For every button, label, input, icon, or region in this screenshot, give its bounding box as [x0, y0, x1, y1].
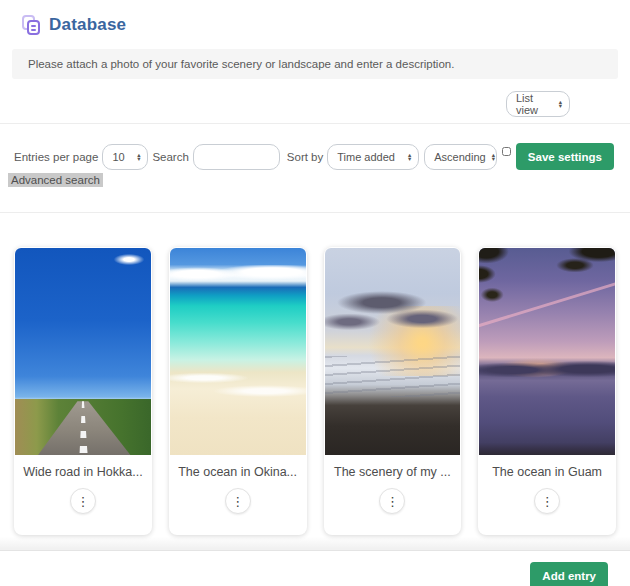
divider: [0, 123, 630, 124]
page-title: Database: [49, 15, 126, 35]
view-select-value: List view: [516, 92, 553, 116]
controls-row: Entries per page 10 ▴▾ Search Sort by Ti…: [0, 143, 630, 170]
select-arrows-icon: ▴▾: [137, 153, 140, 161]
entries-per-page-label: Entries per page: [14, 151, 98, 163]
entry-menu-button[interactable]: ⋮: [225, 488, 251, 514]
kebab-menu-icon: ⋮: [76, 494, 89, 509]
select-arrows-icon: ▴▾: [559, 100, 562, 108]
sort-field-select[interactable]: Time added ▴▾: [327, 144, 419, 170]
sort-direction-select[interactable]: Ascending ▴▾: [424, 144, 497, 170]
save-settings-button[interactable]: Save settings: [516, 143, 614, 170]
entry-image-ocean-in-okinawa[interactable]: [170, 248, 306, 455]
view-select[interactable]: List view ▴▾: [506, 91, 570, 117]
select-arrows-icon: ▴▾: [408, 153, 411, 161]
entry-card: The ocean in Okina... ⋮: [169, 247, 307, 535]
entry-menu-button[interactable]: ⋮: [70, 488, 96, 514]
entry-title: The ocean in Guam: [478, 465, 616, 479]
kebab-menu-icon: ⋮: [541, 494, 554, 509]
sort-by-label: Sort by: [287, 151, 323, 163]
entry-image-ocean-in-guam[interactable]: [479, 248, 615, 455]
sort-checkbox[interactable]: [502, 147, 511, 156]
entries-grid: Wide road in Hokka... ⋮ The ocean in Oki…: [0, 247, 630, 535]
entry-image-winter-scenery[interactable]: [325, 248, 461, 455]
page-header: Database: [0, 0, 630, 38]
entry-card: The scenery of my ... ⋮: [324, 247, 462, 535]
database-activity-page: Database Please attach a photo of your f…: [0, 0, 630, 586]
entry-title: The scenery of my ...: [324, 465, 462, 479]
entry-card: Wide road in Hokka... ⋮: [14, 247, 152, 535]
divider: [0, 212, 630, 213]
search-label: Search: [152, 151, 188, 163]
footer: Add entry: [0, 551, 630, 586]
entry-card: The ocean in Guam ⋮: [478, 247, 616, 535]
search-input[interactable]: [193, 144, 280, 170]
entry-title: The ocean in Okina...: [169, 465, 307, 479]
entry-title: Wide road in Hokka...: [14, 465, 152, 479]
entry-image-road-in-hokkaido[interactable]: [15, 248, 151, 455]
database-icon: [22, 15, 40, 35]
view-row: List view ▴▾: [0, 79, 630, 117]
sort-direction-value: Ascending: [434, 151, 485, 163]
sort-field-value: Time added: [337, 151, 395, 163]
kebab-menu-icon: ⋮: [386, 494, 399, 509]
intro-message: Please attach a photo of your favorite s…: [12, 49, 618, 79]
entries-per-page-select[interactable]: 10 ▴▾: [102, 144, 148, 170]
advanced-search-link[interactable]: Advanced search: [8, 173, 103, 187]
entry-menu-button[interactable]: ⋮: [534, 488, 560, 514]
entry-menu-button[interactable]: ⋮: [379, 488, 405, 514]
select-arrows-icon: ▴▾: [492, 153, 495, 161]
kebab-menu-icon: ⋮: [231, 494, 244, 509]
add-entry-button[interactable]: Add entry: [530, 562, 608, 586]
entries-per-page-value: 10: [112, 151, 124, 163]
